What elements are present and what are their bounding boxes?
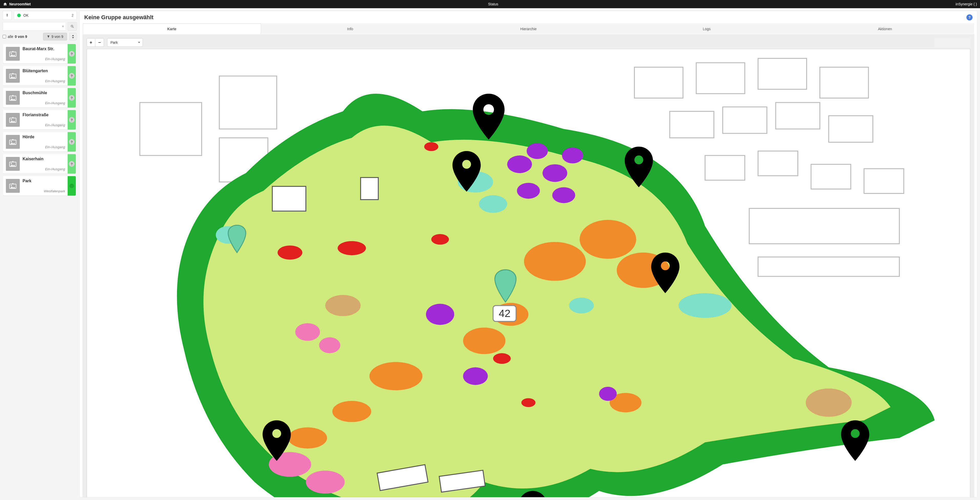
group-list: Baurat-Marx Str.Ein-/Ausgang?Blütengarte… (3, 43, 77, 497)
topbar: NeuroomNet Status inSynergie ( ) (0, 0, 980, 8)
svg-point-48 (552, 187, 575, 203)
svg-rect-23 (670, 111, 714, 138)
svg-point-11 (11, 141, 12, 142)
list-item-subtitle: Ein-/Ausgang (22, 101, 66, 105)
svg-rect-30 (864, 169, 904, 194)
sort-button[interactable] (69, 33, 77, 40)
search-icon (70, 25, 74, 28)
svg-point-49 (426, 304, 454, 325)
svg-point-64 (306, 471, 345, 494)
svg-point-65 (295, 323, 320, 341)
status-strip: ? (68, 154, 76, 174)
status-strip: ? (68, 88, 76, 108)
svg-point-53 (337, 241, 366, 255)
image-icon (9, 95, 16, 101)
list-item-title: Buschmühle (22, 90, 66, 95)
svg-rect-70 (361, 178, 378, 200)
svg-rect-19 (635, 67, 683, 98)
status-chip[interactable]: OK 2 (14, 11, 77, 20)
status-strip: ? (68, 132, 76, 152)
svg-point-9 (11, 119, 12, 120)
map-canvas[interactable]: 42 (87, 49, 970, 497)
svg-point-55 (493, 353, 511, 364)
question-icon: ? (69, 73, 75, 79)
clear-search-icon[interactable]: × (62, 24, 64, 29)
svg-point-68 (806, 389, 852, 417)
list-item-title: Baurat-Marx Str. (22, 47, 66, 51)
select-all[interactable]: alle 0 von 9 (3, 35, 41, 39)
svg-point-43 (507, 156, 532, 173)
svg-point-45 (542, 164, 567, 182)
image-icon (9, 161, 16, 167)
list-item[interactable]: HördeEin-/Ausgang? (3, 132, 76, 152)
zoom-in-button[interactable]: + (87, 38, 95, 47)
brand[interactable]: NeuroomNet (3, 2, 31, 6)
select-all-count: 0 von 9 (15, 35, 27, 39)
select-all-checkbox[interactable] (3, 35, 6, 38)
svg-point-47 (517, 183, 540, 198)
user-label[interactable]: inSynergie ( ) (956, 2, 977, 6)
svg-rect-17 (219, 76, 277, 129)
tab-karte[interactable]: Karte (83, 24, 261, 34)
list-item-subtitle: Ein-/Ausgang (22, 79, 66, 83)
svg-point-66 (319, 337, 340, 353)
list-item[interactable]: BuschmühleEin-/Ausgang? (3, 88, 76, 108)
collapse-all-button[interactable] (3, 11, 12, 20)
svg-rect-27 (705, 156, 745, 180)
brand-label: NeuroomNet (9, 2, 31, 6)
list-item[interactable]: FlorianstraßeEin-/Ausgang? (3, 110, 76, 130)
thumbnail-placeholder (6, 179, 20, 193)
thumbnail-placeholder (6, 91, 20, 105)
question-icon: ? (69, 139, 75, 144)
list-item[interactable]: ParkWestfalenpark (3, 176, 76, 195)
sidebar: OK 2 × alle 0 von 9 9 von 9 (0, 8, 80, 500)
filter-button[interactable]: 9 von 9 (43, 33, 67, 40)
filter-icon (47, 35, 50, 38)
svg-rect-32 (758, 257, 899, 276)
list-item[interactable]: Baurat-Marx Str.Ein-/Ausgang? (3, 44, 76, 63)
svg-point-5 (11, 75, 12, 76)
tab-logs[interactable]: Logs (617, 24, 796, 34)
svg-point-35 (332, 401, 371, 422)
svg-point-7 (11, 97, 12, 98)
zoom-out-button[interactable]: − (95, 38, 104, 47)
svg-point-44 (527, 143, 548, 159)
svg-point-36 (288, 427, 327, 449)
svg-point-37 (524, 242, 586, 281)
svg-point-3 (11, 53, 12, 54)
help-button[interactable]: ? (966, 14, 972, 21)
status-strip: ? (68, 44, 76, 63)
svg-rect-22 (820, 67, 869, 98)
svg-rect-21 (758, 59, 807, 89)
page-title-top: Status (31, 2, 956, 6)
search-input[interactable] (3, 22, 66, 31)
question-icon: ? (69, 51, 75, 57)
search-box: × (3, 22, 66, 31)
svg-rect-29 (811, 164, 851, 189)
svg-point-38 (580, 220, 636, 259)
image-icon (9, 51, 16, 57)
svg-rect-16 (140, 102, 202, 156)
status-label: OK (23, 13, 69, 17)
svg-rect-24 (723, 107, 767, 133)
list-item-title: Kaiserhain (22, 157, 66, 161)
svg-line-1 (73, 27, 74, 28)
tab-hierarchie[interactable]: Hierarchie (439, 24, 617, 34)
question-icon: ? (69, 117, 75, 123)
list-item[interactable]: KaiserhainEin-/Ausgang? (3, 154, 76, 174)
svg-point-57 (424, 142, 438, 151)
image-icon (9, 73, 16, 79)
status-strip: ? (68, 110, 76, 130)
search-button[interactable] (68, 22, 77, 31)
list-item[interactable]: BlütengartenEin-/Ausgang? (3, 66, 76, 86)
thumbnail-placeholder (6, 113, 20, 127)
tab-info[interactable]: Info (261, 24, 439, 34)
layer-select[interactable]: Park (107, 38, 143, 47)
main-panel: Keine Gruppe ausgewählt ? KarteInfoHiera… (80, 11, 977, 497)
svg-point-50 (463, 367, 488, 385)
tab-aktionen[interactable]: Aktionen (796, 24, 974, 34)
svg-point-56 (521, 398, 535, 407)
thumbnail-placeholder (6, 135, 20, 149)
list-item-title: Park (22, 179, 66, 183)
status-strip: ? (68, 66, 76, 86)
